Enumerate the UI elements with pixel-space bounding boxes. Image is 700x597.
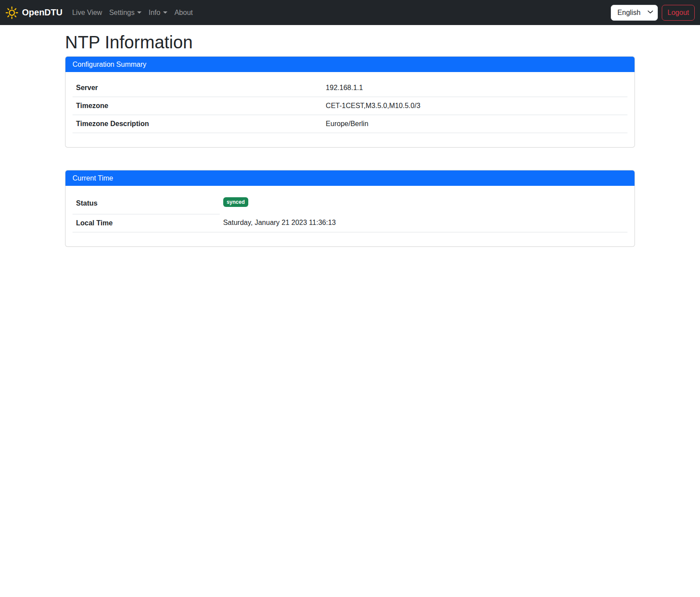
current-time-body: Status synced Local Time Saturday, Janua… xyxy=(65,186,635,246)
navbar: OpenDTU Live View Settings Info About En… xyxy=(0,0,700,25)
nav-live-view[interactable]: Live View xyxy=(69,5,105,20)
caret-down-icon xyxy=(137,11,141,14)
brand-link[interactable]: OpenDTU xyxy=(5,6,62,19)
language-select[interactable]: English xyxy=(611,5,658,21)
nav-about[interactable]: About xyxy=(171,5,196,20)
nav-info-label: Info xyxy=(149,9,160,17)
page-title: NTP Information xyxy=(65,32,635,53)
current-time-header: Current Time xyxy=(65,170,635,186)
main-nav: Live View Settings Info About xyxy=(69,5,196,20)
brand-label: OpenDTU xyxy=(22,7,62,18)
row-value-server: 192.168.1.1 xyxy=(322,79,627,97)
row-value-timezone: CET-1CEST,M3.5.0,M10.5.0/3 xyxy=(322,97,627,115)
configuration-summary-header: Configuration Summary xyxy=(65,57,635,72)
table-row: Local Time Saturday, January 21 2023 11:… xyxy=(73,214,627,232)
nav-live-view-label: Live View xyxy=(72,9,102,17)
current-time-card: Current Time Status synced Local Time Sa… xyxy=(65,170,635,247)
row-value-status: synced xyxy=(220,193,627,214)
row-label-server: Server xyxy=(73,79,322,97)
table-row: Status synced xyxy=(73,193,627,214)
nav-about-label: About xyxy=(174,9,193,17)
language-select-wrap: English xyxy=(611,5,658,21)
configuration-summary-card: Configuration Summary Server 192.168.1.1… xyxy=(65,56,635,148)
status-badge: synced xyxy=(223,197,248,207)
configuration-summary-table: Server 192.168.1.1 Timezone CET-1CEST,M3… xyxy=(73,79,627,133)
nav-settings[interactable]: Settings xyxy=(105,5,145,20)
nav-settings-label: Settings xyxy=(109,9,134,17)
nav-info[interactable]: Info xyxy=(145,5,171,20)
table-row: Server 192.168.1.1 xyxy=(73,79,627,97)
row-label-status: Status xyxy=(73,193,220,214)
row-label-local-time: Local Time xyxy=(73,214,220,232)
row-label-timezone-description: Timezone Description xyxy=(73,115,322,133)
navbar-right: English Logout xyxy=(611,5,695,21)
main-content: NTP Information Configuration Summary Se… xyxy=(65,25,635,247)
table-row: Timezone Description Europe/Berlin xyxy=(73,115,627,133)
current-time-table: Status synced Local Time Saturday, Janua… xyxy=(73,193,627,232)
table-row: Timezone CET-1CEST,M3.5.0,M10.5.0/3 xyxy=(73,97,627,115)
row-value-timezone-description: Europe/Berlin xyxy=(322,115,627,133)
sun-icon xyxy=(5,6,18,19)
logout-button[interactable]: Logout xyxy=(662,5,695,21)
configuration-summary-body: Server 192.168.1.1 Timezone CET-1CEST,M3… xyxy=(65,72,635,147)
row-label-timezone: Timezone xyxy=(73,97,322,115)
row-value-local-time: Saturday, January 21 2023 11:36:13 xyxy=(220,214,627,232)
caret-down-icon xyxy=(163,11,167,14)
